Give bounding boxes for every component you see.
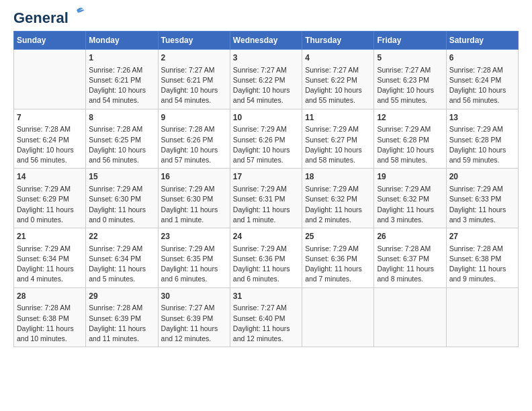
day-info: Sunrise: 7:29 AM Sunset: 6:31 PM Dayligh…: [233, 184, 299, 225]
calendar-cell: 27Sunrise: 7:28 AM Sunset: 6:38 PM Dayli…: [446, 228, 518, 288]
day-info: Sunrise: 7:28 AM Sunset: 6:39 PM Dayligh…: [89, 303, 154, 344]
day-number: 24: [233, 231, 299, 242]
day-info: Sunrise: 7:29 AM Sunset: 6:30 PM Dayligh…: [89, 184, 154, 225]
calendar-cell: 8Sunrise: 7:28 AM Sunset: 6:25 PM Daylig…: [86, 109, 158, 169]
day-info: Sunrise: 7:29 AM Sunset: 6:27 PM Dayligh…: [305, 124, 371, 165]
day-info: Sunrise: 7:29 AM Sunset: 6:30 PM Dayligh…: [161, 184, 227, 225]
calendar-cell: 24Sunrise: 7:29 AM Sunset: 6:36 PM Dayli…: [230, 228, 302, 288]
day-info: Sunrise: 7:29 AM Sunset: 6:34 PM Dayligh…: [17, 244, 83, 285]
day-info: Sunrise: 7:29 AM Sunset: 6:28 PM Dayligh…: [449, 124, 515, 165]
calendar-cell: [374, 287, 446, 347]
day-info: Sunrise: 7:29 AM Sunset: 6:32 PM Dayligh…: [305, 184, 371, 225]
day-number: 29: [89, 291, 154, 302]
calendar-cell: 19Sunrise: 7:29 AM Sunset: 6:32 PM Dayli…: [374, 169, 446, 228]
day-number: 20: [449, 171, 515, 183]
weekday-header: Saturday: [446, 32, 518, 50]
day-info: Sunrise: 7:29 AM Sunset: 6:36 PM Dayligh…: [233, 244, 299, 285]
calendar-cell: 11Sunrise: 7:29 AM Sunset: 6:27 PM Dayli…: [302, 109, 374, 169]
day-info: Sunrise: 7:29 AM Sunset: 6:35 PM Dayligh…: [161, 244, 227, 285]
logo-text: General: [13, 11, 69, 26]
day-info: Sunrise: 7:28 AM Sunset: 6:38 PM Dayligh…: [17, 303, 83, 344]
day-info: Sunrise: 7:26 AM Sunset: 6:21 PM Dayligh…: [89, 65, 154, 106]
calendar-cell: 23Sunrise: 7:29 AM Sunset: 6:35 PM Dayli…: [158, 228, 230, 288]
calendar-cell: [14, 50, 86, 109]
logo-bird-icon: [70, 5, 85, 19]
day-number: 14: [17, 171, 83, 183]
calendar-cell: [446, 287, 518, 347]
day-info: Sunrise: 7:29 AM Sunset: 6:33 PM Dayligh…: [449, 184, 515, 225]
day-number: 13: [449, 112, 515, 124]
weekday-header: Friday: [374, 32, 446, 50]
day-number: 18: [305, 171, 371, 183]
calendar-cell: 4Sunrise: 7:27 AM Sunset: 6:22 PM Daylig…: [302, 50, 374, 109]
day-info: Sunrise: 7:29 AM Sunset: 6:36 PM Dayligh…: [305, 244, 371, 285]
calendar-cell: 25Sunrise: 7:29 AM Sunset: 6:36 PM Dayli…: [302, 228, 374, 288]
day-info: Sunrise: 7:27 AM Sunset: 6:22 PM Dayligh…: [305, 65, 371, 106]
day-info: Sunrise: 7:28 AM Sunset: 6:38 PM Dayligh…: [449, 244, 515, 285]
calendar-cell: 12Sunrise: 7:29 AM Sunset: 6:28 PM Dayli…: [374, 109, 446, 169]
calendar-cell: 17Sunrise: 7:29 AM Sunset: 6:31 PM Dayli…: [230, 169, 302, 228]
calendar-cell: 10Sunrise: 7:29 AM Sunset: 6:26 PM Dayli…: [230, 109, 302, 169]
day-number: 10: [233, 112, 299, 124]
weekday-header: Tuesday: [158, 32, 230, 50]
day-number: 6: [449, 52, 515, 64]
weekday-header: Thursday: [302, 32, 374, 50]
day-number: 4: [305, 52, 371, 64]
calendar-cell: 16Sunrise: 7:29 AM Sunset: 6:30 PM Dayli…: [158, 169, 230, 228]
day-number: 26: [377, 231, 443, 242]
calendar-cell: 5Sunrise: 7:27 AM Sunset: 6:23 PM Daylig…: [374, 50, 446, 109]
day-info: Sunrise: 7:29 AM Sunset: 6:26 PM Dayligh…: [233, 124, 299, 165]
calendar-cell: 9Sunrise: 7:28 AM Sunset: 6:26 PM Daylig…: [158, 109, 230, 169]
logo: General: [13, 11, 85, 26]
day-info: Sunrise: 7:28 AM Sunset: 6:26 PM Dayligh…: [161, 124, 227, 165]
day-info: Sunrise: 7:27 AM Sunset: 6:23 PM Dayligh…: [377, 65, 443, 106]
day-info: Sunrise: 7:28 AM Sunset: 6:25 PM Dayligh…: [89, 124, 154, 165]
calendar-cell: 26Sunrise: 7:28 AM Sunset: 6:37 PM Dayli…: [374, 228, 446, 288]
day-info: Sunrise: 7:27 AM Sunset: 6:22 PM Dayligh…: [233, 65, 299, 106]
day-number: 27: [449, 231, 515, 242]
day-number: 22: [89, 231, 154, 242]
calendar-cell: 13Sunrise: 7:29 AM Sunset: 6:28 PM Dayli…: [446, 109, 518, 169]
day-number: 1: [89, 52, 154, 64]
calendar-cell: 14Sunrise: 7:29 AM Sunset: 6:29 PM Dayli…: [14, 169, 86, 228]
calendar-cell: 20Sunrise: 7:29 AM Sunset: 6:33 PM Dayli…: [446, 169, 518, 228]
calendar-table: SundayMondayTuesdayWednesdayThursdayFrid…: [13, 31, 519, 347]
calendar-cell: 1Sunrise: 7:26 AM Sunset: 6:21 PM Daylig…: [86, 50, 158, 109]
day-number: 5: [377, 52, 443, 64]
calendar-cell: 21Sunrise: 7:29 AM Sunset: 6:34 PM Dayli…: [14, 228, 86, 288]
calendar-cell: 15Sunrise: 7:29 AM Sunset: 6:30 PM Dayli…: [86, 169, 158, 228]
day-number: 30: [161, 291, 227, 302]
weekday-header: Monday: [86, 32, 158, 50]
day-info: Sunrise: 7:28 AM Sunset: 6:24 PM Dayligh…: [449, 65, 515, 106]
day-number: 19: [377, 171, 443, 183]
day-number: 11: [305, 112, 371, 124]
day-info: Sunrise: 7:28 AM Sunset: 6:24 PM Dayligh…: [17, 124, 83, 165]
day-number: 3: [233, 52, 299, 64]
day-number: 25: [305, 231, 371, 242]
calendar-cell: 31Sunrise: 7:27 AM Sunset: 6:40 PM Dayli…: [230, 287, 302, 347]
calendar-cell: 30Sunrise: 7:27 AM Sunset: 6:39 PM Dayli…: [158, 287, 230, 347]
day-number: 12: [377, 112, 443, 124]
calendar-cell: 6Sunrise: 7:28 AM Sunset: 6:24 PM Daylig…: [446, 50, 518, 109]
day-number: 23: [161, 231, 227, 242]
day-info: Sunrise: 7:27 AM Sunset: 6:40 PM Dayligh…: [233, 303, 299, 344]
calendar-cell: 28Sunrise: 7:28 AM Sunset: 6:38 PM Dayli…: [14, 287, 86, 347]
day-number: 15: [89, 171, 154, 183]
day-info: Sunrise: 7:29 AM Sunset: 6:34 PM Dayligh…: [89, 244, 154, 285]
day-info: Sunrise: 7:27 AM Sunset: 6:39 PM Dayligh…: [161, 303, 227, 344]
calendar-cell: 2Sunrise: 7:27 AM Sunset: 6:21 PM Daylig…: [158, 50, 230, 109]
day-info: Sunrise: 7:29 AM Sunset: 6:28 PM Dayligh…: [377, 124, 443, 165]
calendar-cell: 29Sunrise: 7:28 AM Sunset: 6:39 PM Dayli…: [86, 287, 158, 347]
calendar-cell: 7Sunrise: 7:28 AM Sunset: 6:24 PM Daylig…: [14, 109, 86, 169]
day-number: 21: [17, 231, 83, 242]
calendar-cell: [302, 287, 374, 347]
calendar-cell: 3Sunrise: 7:27 AM Sunset: 6:22 PM Daylig…: [230, 50, 302, 109]
day-number: 16: [161, 171, 227, 183]
day-number: 28: [17, 291, 83, 302]
day-number: 9: [161, 112, 227, 124]
day-number: 2: [161, 52, 227, 64]
day-info: Sunrise: 7:27 AM Sunset: 6:21 PM Dayligh…: [161, 65, 227, 106]
weekday-header: Wednesday: [230, 32, 302, 50]
calendar-cell: 22Sunrise: 7:29 AM Sunset: 6:34 PM Dayli…: [86, 228, 158, 288]
day-info: Sunrise: 7:28 AM Sunset: 6:37 PM Dayligh…: [377, 244, 443, 285]
